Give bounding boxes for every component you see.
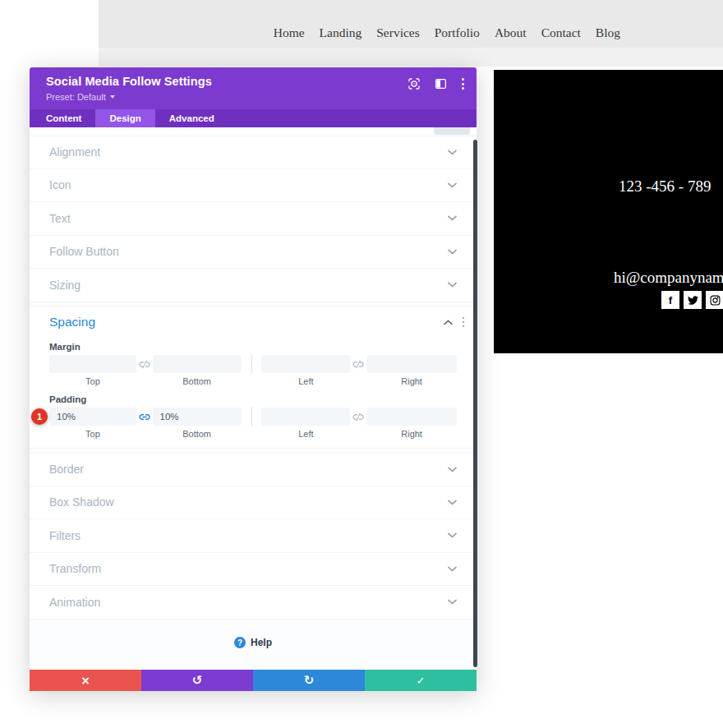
- chevron-down-icon: [448, 215, 457, 221]
- margin-top-input[interactable]: [49, 355, 136, 373]
- chevron-down-icon: [448, 150, 457, 155]
- social-follow-row: f: [661, 291, 723, 309]
- field-label-top: Top: [49, 376, 136, 387]
- partially-scrolled-element: [434, 127, 470, 135]
- section-title: Filters: [49, 529, 81, 542]
- preset-label: Preset: Default: [46, 92, 106, 102]
- chevron-down-icon: [448, 467, 457, 472]
- redo-icon: ↻: [304, 673, 315, 688]
- margin-right-input[interactable]: [366, 355, 457, 373]
- field-label-left: Left: [261, 376, 350, 387]
- link-padding-horizontal-icon[interactable]: [350, 412, 366, 422]
- field-label-right: Right: [366, 429, 457, 440]
- undo-icon: ↺: [192, 673, 203, 688]
- twitter-icon: [688, 295, 698, 306]
- nav-item-landing[interactable]: Landing: [320, 25, 362, 40]
- section-title: Follow Button: [49, 245, 119, 258]
- help-link[interactable]: ? Help: [30, 630, 477, 655]
- preset-selector[interactable]: Preset: Default: [46, 92, 115, 102]
- section-toggle-border[interactable]: Border: [30, 453, 477, 486]
- settings-modal: Social Media Follow Settings Preset: Def…: [30, 67, 477, 691]
- modal-title: Social Media Follow Settings: [46, 75, 212, 88]
- link-margin-horizontal-icon[interactable]: [350, 360, 366, 369]
- link-margin-vertical-icon[interactable]: [136, 360, 153, 369]
- chevron-down-icon: [448, 182, 457, 188]
- nav-item-portfolio[interactable]: Portfolio: [435, 25, 480, 40]
- more-options-icon[interactable]: [462, 78, 464, 90]
- section-toggle-follow-button[interactable]: Follow Button: [30, 236, 477, 270]
- chevron-down-icon: [448, 566, 457, 572]
- fields-divider: [251, 354, 252, 374]
- snap-focus-icon[interactable]: [408, 78, 420, 90]
- facebook-icon: f: [669, 294, 672, 306]
- help-label: Help: [251, 637, 272, 648]
- section-toggle-icon[interactable]: Icon: [30, 169, 477, 203]
- expand-panel-icon[interactable]: [435, 79, 446, 89]
- chevron-down-icon: [448, 249, 457, 255]
- hero-phone-text: 123 -456 - 789: [619, 177, 711, 196]
- section-title: Alignment: [49, 145, 100, 159]
- padding-bottom-input[interactable]: [153, 408, 242, 426]
- chevron-down-icon: [448, 500, 457, 505]
- redo-button[interactable]: ↻: [253, 670, 365, 691]
- nav-item-contact[interactable]: Contact: [541, 25, 581, 40]
- undo-button[interactable]: ↺: [141, 670, 253, 691]
- field-label-left: Left: [261, 429, 350, 440]
- section-toggle-spacing[interactable]: Spacing: [30, 306, 477, 338]
- modal-header-actions: [408, 78, 464, 90]
- section-list-top: Alignment Icon Text Follow Button Sizing: [30, 136, 477, 302]
- padding-labels-row: Top Bottom Left Right: [30, 429, 477, 440]
- margin-group-label: Margin: [30, 338, 477, 355]
- margin-bottom-input[interactable]: [153, 355, 242, 373]
- margin-left-input[interactable]: [261, 355, 350, 373]
- hero-section: 123 -456 - 789 hi@companyname.com f: [494, 70, 723, 353]
- tab-advanced[interactable]: Advanced: [155, 109, 228, 127]
- chevron-down-icon: [448, 282, 457, 288]
- tab-content[interactable]: Content: [30, 109, 95, 127]
- padding-right-input[interactable]: [366, 408, 457, 426]
- modal-header: Social Media Follow Settings Preset: Def…: [30, 67, 477, 109]
- section-title: Sizing: [49, 279, 81, 292]
- twitter-link[interactable]: [684, 291, 702, 309]
- section-toggle-animation[interactable]: Animation: [30, 586, 477, 620]
- tab-design[interactable]: Design: [95, 109, 154, 127]
- site-nav: Home Landing Services Portfolio About Co…: [99, 0, 620, 66]
- section-title: Spacing: [49, 315, 95, 329]
- modal-scrollbar[interactable]: [473, 140, 477, 667]
- section-title: Box Shadow: [49, 495, 114, 509]
- section-options-icon[interactable]: [463, 317, 465, 328]
- nav-item-about[interactable]: About: [495, 25, 527, 40]
- padding-top-input[interactable]: [49, 408, 136, 426]
- margin-labels-row: Top Bottom Left Right: [30, 376, 477, 387]
- chevron-down-icon: [448, 532, 457, 538]
- check-icon: ✓: [417, 675, 426, 687]
- section-toggle-alignment[interactable]: Alignment: [30, 136, 477, 169]
- nav-item-blog[interactable]: Blog: [596, 25, 620, 40]
- chevron-down-icon: [448, 599, 457, 605]
- change-count-badge: 1: [31, 408, 48, 425]
- padding-fields-row: 1: [30, 408, 477, 426]
- padding-left-input[interactable]: [261, 408, 350, 426]
- instagram-icon: [710, 295, 721, 306]
- settings-scroll-area: Alignment Icon Text Follow Button Sizing: [30, 127, 477, 670]
- section-toggle-box-shadow[interactable]: Box Shadow: [30, 486, 477, 520]
- section-toggle-text[interactable]: Text: [30, 202, 477, 236]
- save-button[interactable]: ✓: [365, 670, 477, 691]
- padding-group-label: Padding: [30, 387, 477, 408]
- section-toggle-transform[interactable]: Transform: [30, 553, 477, 587]
- field-label-bottom: Bottom: [153, 429, 242, 440]
- field-label-top: Top: [49, 429, 136, 440]
- modal-footer: × ↺ ↻ ✓: [30, 670, 477, 691]
- section-list-bottom: Border Box Shadow Filters Transform Anim…: [30, 453, 477, 620]
- facebook-link[interactable]: f: [661, 291, 679, 309]
- discard-button[interactable]: ×: [30, 670, 141, 691]
- nav-item-services[interactable]: Services: [376, 25, 420, 40]
- nav-item-home[interactable]: Home: [274, 25, 305, 40]
- link-padding-vertical-icon[interactable]: [136, 412, 153, 422]
- section-toggle-sizing[interactable]: Sizing: [30, 269, 477, 302]
- section-title: Border: [49, 463, 84, 476]
- spacing-section: Spacing Margin Top: [30, 306, 477, 449]
- instagram-link[interactable]: [706, 291, 723, 309]
- section-toggle-filters[interactable]: Filters: [30, 519, 477, 553]
- caret-down-icon: [110, 95, 115, 99]
